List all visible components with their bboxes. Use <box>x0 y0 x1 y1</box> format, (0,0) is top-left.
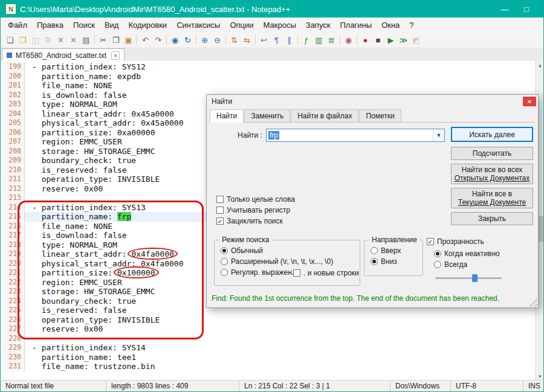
dialog-tab[interactable]: Пометки <box>359 109 401 122</box>
slider-thumb[interactable] <box>472 274 478 282</box>
menu-item[interactable]: Вид <box>100 19 124 31</box>
title-bar: N C:\Users\Marta\Desktop\AndroidMir\MT65… <box>1 1 543 18</box>
menu-item[interactable]: Поиск <box>68 19 100 31</box>
indent-guide-icon[interactable]: ∥ <box>283 34 295 46</box>
dialog-close-icon[interactable]: ✕ <box>523 97 536 106</box>
sync-horizontal-scroll-icon[interactable]: ⇆ <box>241 34 253 46</box>
mode-extended-radio[interactable]: Расширенный (\r, \n, \t, \x..., \0) <box>221 257 333 266</box>
copy-icon[interactable]: ❐ <box>110 34 121 46</box>
radio-dot <box>221 258 228 265</box>
run-macro-multiple-icon[interactable]: ≫ <box>398 34 409 46</box>
menu-item[interactable]: Правка <box>32 19 68 31</box>
menu-item[interactable]: Синтаксисы <box>172 19 225 31</box>
menu-item[interactable]: Файл <box>3 19 32 31</box>
close-all-icon[interactable]: ✕ <box>68 34 79 46</box>
dot-matches-newline-checkbox[interactable]: . и новые строки <box>293 269 359 277</box>
line-number: 219 <box>1 249 25 259</box>
line-text: file_name: NONE <box>25 81 544 91</box>
save-macro-icon[interactable]: ◩ <box>410 34 422 46</box>
new-file-icon[interactable]: ❏ <box>4 34 16 46</box>
radio-dot <box>371 258 378 265</box>
find-next-button[interactable]: Искать далее <box>451 127 533 142</box>
menu-item[interactable]: Опции <box>225 19 258 31</box>
zoom-in-icon[interactable]: ⊕ <box>199 34 210 46</box>
scroll-up-arrow-icon[interactable]: ▲ <box>536 61 544 70</box>
search-input[interactable]: frp ▼ <box>266 129 445 142</box>
close-button[interactable]: ✕ <box>537 1 544 18</box>
whole-word-checkbox[interactable]: Только целые слова <box>216 195 295 204</box>
menu-item[interactable]: ? <box>404 19 418 31</box>
cut-icon[interactable]: ✂ <box>97 34 109 46</box>
save-all-icon[interactable]: ⧉ <box>42 34 54 46</box>
undo-icon[interactable]: ↶ <box>140 34 151 46</box>
line-number: 217 <box>1 231 25 240</box>
line-text: operation_type: INVISIBLE <box>25 315 544 325</box>
menu-item[interactable]: Запуск <box>301 19 335 31</box>
close-dialog-button[interactable]: Закрыть <box>451 212 533 225</box>
combo-dropdown-icon[interactable]: ▼ <box>433 129 444 141</box>
menu-item[interactable]: Макросы <box>259 19 301 31</box>
radio-dot <box>371 247 378 254</box>
close-file-icon[interactable]: ✕ <box>55 34 66 46</box>
open-folder-icon[interactable]: ❒ <box>17 34 28 46</box>
dialog-tab[interactable]: Найти в файлах <box>291 109 358 122</box>
document-map-icon[interactable]: ▥ <box>313 34 325 46</box>
dialog-tab[interactable]: Заменить <box>244 109 290 122</box>
find-all-open-docs-button[interactable]: Найти все во всех Открытых Документах <box>451 164 533 184</box>
document-list-icon[interactable]: ≣ <box>326 34 337 46</box>
sync-vertical-scroll-icon[interactable]: ⇅ <box>228 34 240 46</box>
find-field-label: Найти : <box>231 131 262 140</box>
mode-regex-radio[interactable]: Регуляр. выражен. <box>221 268 294 277</box>
view-eye-icon[interactable]: ◉ <box>343 34 354 46</box>
menu-item[interactable]: Плагины <box>335 19 377 31</box>
replace-icon[interactable]: ↻ <box>182 34 193 46</box>
tab-mt6580-android-scatter[interactable]: MT6580_Android_scatter.txt × <box>2 48 125 62</box>
zoom-out-icon[interactable]: ⊖ <box>212 34 223 46</box>
line-number: 223 <box>1 287 25 297</box>
line-number: 227 <box>1 324 25 334</box>
radio-dot <box>434 250 441 257</box>
group-title: Направление <box>369 236 419 244</box>
transparency-always-radio[interactable]: Всегда <box>434 260 467 269</box>
editor-line: 201 file_name: NONE <box>1 81 544 91</box>
dialog-tab[interactable]: Найти <box>210 109 244 123</box>
paste-icon[interactable]: ▣ <box>123 34 134 46</box>
redo-icon[interactable]: ↷ <box>152 34 164 46</box>
minimize-button[interactable]: — <box>494 1 516 18</box>
maximize-button[interactable]: □ <box>516 1 537 18</box>
find-dialog: Найти ✕ НайтиЗаменитьНайти в файлахПомет… <box>206 94 539 308</box>
match-case-checkbox[interactable]: Учитывать регистр <box>216 206 290 214</box>
tab-label: MT6580_Android_scatter.txt <box>16 51 106 60</box>
line-number: 224 <box>1 297 25 306</box>
direction-down-radio[interactable]: Вниз <box>371 257 397 266</box>
direction-up-radio[interactable]: Вверх <box>371 246 401 255</box>
menu-item[interactable]: Окна <box>377 19 404 31</box>
record-macro-icon[interactable]: ● <box>360 34 371 46</box>
word-wrap-icon[interactable]: ↩ <box>258 34 270 46</box>
group-title: Режим поиска <box>219 236 271 244</box>
save-icon[interactable]: ◫ <box>30 34 41 46</box>
resize-grip[interactable] <box>529 299 537 307</box>
find-icon[interactable]: ◉ <box>169 34 181 46</box>
window-controls: — □ ✕ <box>494 1 543 18</box>
line-number: 220 <box>1 259 25 269</box>
transparency-checkbox[interactable]: Прозрачность <box>427 237 484 246</box>
menu-item[interactable]: Кодировки <box>123 19 172 31</box>
transparency-slider[interactable] <box>435 274 502 282</box>
transparency-on-losing-focus-radio[interactable]: Когда неактивно <box>434 249 500 258</box>
count-button[interactable]: Подсчитать <box>451 147 533 160</box>
wrap-around-checkbox[interactable]: Зациклить поиск <box>216 217 283 225</box>
find-all-current-doc-button[interactable]: Найти все в Текущем Документе <box>451 188 533 208</box>
checkbox-label: Прозрачность <box>437 237 484 246</box>
function-list-icon[interactable]: ƒ <box>300 34 312 46</box>
stop-macro-icon[interactable]: ■ <box>372 34 384 46</box>
playback-macro-icon[interactable]: ▶ <box>385 34 397 46</box>
line-text <box>25 334 544 344</box>
print-icon[interactable]: ▤ <box>80 34 92 46</box>
toolbar: ❏❒◫⧉✕✕▤✂❐▣↶↷◉↻⊕⊖⇅⇆↩¶∥ƒ▥≣◉●■▶≫◩ <box>1 32 543 48</box>
line-number: 212 <box>1 184 25 194</box>
radio-label: Обычный <box>231 246 263 255</box>
mode-normal-radio[interactable]: Обычный <box>221 246 263 255</box>
show-all-characters-icon[interactable]: ¶ <box>271 34 282 46</box>
tab-close-icon[interactable]: × <box>111 51 120 60</box>
